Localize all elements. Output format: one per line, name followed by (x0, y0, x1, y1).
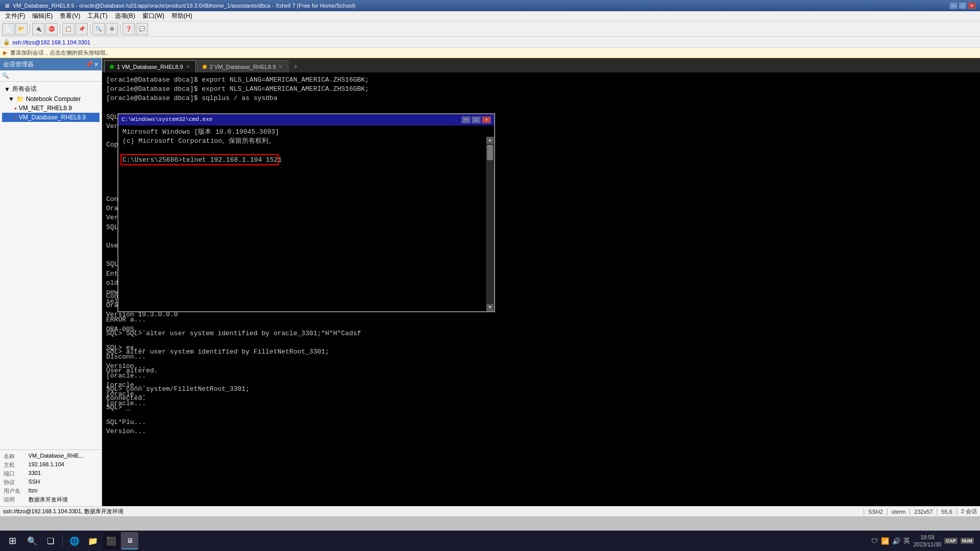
name-value: VM_Database_RHE... (27, 452, 100, 461)
new-session-button[interactable]: 📄 (2, 23, 14, 35)
username-value: ttzo (27, 487, 100, 495)
menu-file[interactable]: 文件(F) (2, 11, 28, 21)
window-title: VM_Database_RHEL8.9 - oracle@Database:/u… (13, 3, 356, 9)
tree-expand-icon: ▼ (4, 86, 10, 93)
cmd-scrollbar[interactable]: ▲ ▼ (486, 137, 494, 311)
tab-1[interactable]: 1 VM_Database_RHEL8.9 ✕ (104, 60, 196, 72)
infobar: ▶ 要添加到会话，点击左侧的箭头按钮组。 (0, 48, 980, 58)
username-label: 用户名 (2, 487, 27, 495)
disconnect-button[interactable]: ⛔ (45, 23, 58, 35)
taskview-icon[interactable]: ❑ (42, 532, 59, 549)
scroll-up[interactable]: ▲ (486, 137, 494, 144)
minimize-button[interactable]: ─ (949, 2, 958, 9)
maximize-button[interactable]: □ (959, 2, 967, 9)
port-label: 端口 (2, 469, 27, 478)
clock-time: 18:59 (913, 534, 941, 541)
menu-tools[interactable]: 工具(T) (84, 11, 110, 21)
paste-button[interactable]: 📌 (76, 23, 88, 35)
session-info-panel: 名称 VM_Database_RHE... 主机 192.168.1.104 端… (0, 449, 102, 506)
sidebar-close-icon[interactable]: ✕ (94, 61, 99, 68)
cmd-titlebar: C:\Windows\system32\cmd.exe ─ □ ✕ (118, 114, 494, 126)
sidebar-search: 🔍 (0, 70, 102, 82)
tab-1-close[interactable]: ✕ (186, 64, 190, 69)
tree-expand-icon: ▼ (8, 95, 14, 103)
size-status: 232x57 (910, 509, 933, 515)
tree-label: Notebook Computer (26, 95, 81, 103)
cmd-minimize-button[interactable]: ─ (461, 116, 471, 123)
search-button[interactable]: 🔍 (92, 23, 105, 35)
help-button[interactable]: ❓ (122, 23, 135, 35)
menu-edit[interactable]: 编辑(E) (29, 11, 56, 21)
ssh-icon: 🔒 (3, 39, 10, 45)
tree-label: VM_NET_RHEL8.9 (19, 105, 72, 112)
toolbar-sep1 (30, 24, 30, 34)
tree-item-all-sessions[interactable]: ▼ 所有会话 (2, 84, 100, 94)
titlebar: 🖥 VM_Database_RHEL8.9 - oracle@Database:… (0, 0, 980, 11)
terminal-container: 1 VM_Database_RHEL8.9 ✕ 2 VM_Database_RH… (102, 58, 980, 506)
cmd-taskbar-icon[interactable]: ⬛ (103, 532, 120, 549)
host-value: 192.168.1.104 (27, 461, 100, 469)
shield-tray-icon[interactable]: 🛡 (871, 537, 878, 545)
tree-item-vm-database[interactable]: ● VM_Database_RHEL8.9 (2, 113, 100, 122)
lang-tray-icon[interactable]: 英 (903, 536, 910, 545)
clock-date: 2023/11/30 (913, 541, 941, 548)
open-button[interactable]: 📂 (15, 23, 28, 35)
explorer-icon[interactable]: 📁 (84, 532, 102, 549)
volume-tray-icon[interactable]: 🔊 (892, 537, 900, 545)
tab-add-button[interactable]: + (289, 60, 302, 72)
addressbar: 🔒 ssh://ttzo@192.168.1.104:3301 (0, 37, 980, 48)
term-status: xterm (887, 509, 906, 515)
tree-item-vm-net[interactable]: ● VM_NET_RHEL8.9 (2, 104, 100, 113)
ssh-url[interactable]: ssh://ttzo@192.168.1.104:3301 (12, 39, 90, 45)
cmd-title-text: C:\Windows\system32\cmd.exe (121, 116, 212, 123)
infobar-text: 要添加到会话，点击左侧的箭头按钮组。 (10, 49, 111, 57)
toolbar-sep3 (90, 24, 90, 34)
start-button[interactable]: ⊞ (2, 532, 22, 549)
cmd-maximize-button[interactable]: □ (472, 116, 481, 123)
sidebar-tree: ▼ 所有会话 ▼ 📁 Notebook Computer ● VM_NET_RH… (0, 82, 102, 449)
taskbar: ⊞ 🔍 ❑ 🌐 📁 ⬛ 🖥 🛡 📶 🔊 英 18:59 2023/11/30 C… (0, 531, 980, 551)
taskbar-sep1 (62, 535, 63, 547)
settings-button[interactable]: ⚙ (106, 23, 118, 35)
ssh-status: SSH2 (864, 509, 883, 515)
cmd-close-button[interactable]: ✕ (482, 116, 491, 123)
main-area: 会话管理器 📌 ✕ 🔍 ▼ 所有会话 ▼ 📁 Notebook Computer (0, 58, 980, 506)
copy-button[interactable]: 📋 (62, 23, 75, 35)
protocol-label: 协议 (2, 478, 27, 487)
connect-button[interactable]: 🔌 (32, 23, 44, 35)
taskbar-clock[interactable]: 18:59 2023/11/30 (913, 534, 941, 548)
tab-2-close[interactable]: ✕ (279, 64, 283, 69)
sidebar-header: 会话管理器 📌 ✕ (0, 58, 102, 70)
desc-value: 数据库开发环境 (27, 495, 100, 504)
tab-1-label: 1 VM_Database_RHEL8.9 (117, 64, 183, 70)
menu-help[interactable]: 帮助(H) (168, 11, 195, 21)
xshell-taskbar-icon[interactable]: 🖥 (121, 532, 138, 549)
sidebar-pin-icon[interactable]: 📌 (86, 61, 93, 68)
search-taskbar-icon[interactable]: 🔍 (23, 532, 41, 549)
menu-window[interactable]: 窗口(W) (139, 11, 167, 21)
statusbar-right: SSH2 xterm 232x57 55,6 2 会话 (864, 508, 977, 515)
sidebar-search-input[interactable] (9, 73, 100, 79)
tab-2-label: 2 VM_Database_RHEL8.9 (210, 64, 276, 70)
terminal-content[interactable]: [oracle@Database dbca]$ export NLS_LANG=… (102, 72, 980, 506)
menu-view[interactable]: 查看(V) (57, 11, 83, 21)
arrow-icon: ▶ (3, 49, 7, 56)
close-button[interactable]: ✕ (968, 2, 976, 9)
tree-item-notebook[interactable]: ▼ 📁 Notebook Computer (2, 94, 100, 104)
network-tray-icon[interactable]: 📶 (881, 537, 889, 545)
scroll-down[interactable]: ▼ (486, 304, 494, 311)
tab-2-dot (203, 65, 207, 69)
edge-icon[interactable]: 🌐 (66, 532, 83, 549)
name-label: 名称 (2, 452, 27, 461)
statusbar: ssh://ttzo@192.168.1.104:3301, 数据库开发环境 S… (0, 506, 980, 516)
desc-label: 说明 (2, 495, 27, 504)
cmd-content[interactable]: Microsoft Windows [版本 10.0.19045.3693] (… (118, 126, 494, 311)
sidebar-title: 会话管理器 (3, 60, 34, 69)
sessions-status: 2 会话 (957, 508, 977, 515)
folder-icon: 📁 (16, 95, 24, 103)
tab-2[interactable]: 2 VM_Database_RHEL8.9 ✕ (197, 60, 289, 72)
window-icon: 🖥 (4, 3, 10, 9)
protocol-value: SSH (27, 478, 100, 487)
comment-button[interactable]: 💬 (136, 23, 148, 35)
menu-options[interactable]: 选项(B) (112, 11, 138, 21)
